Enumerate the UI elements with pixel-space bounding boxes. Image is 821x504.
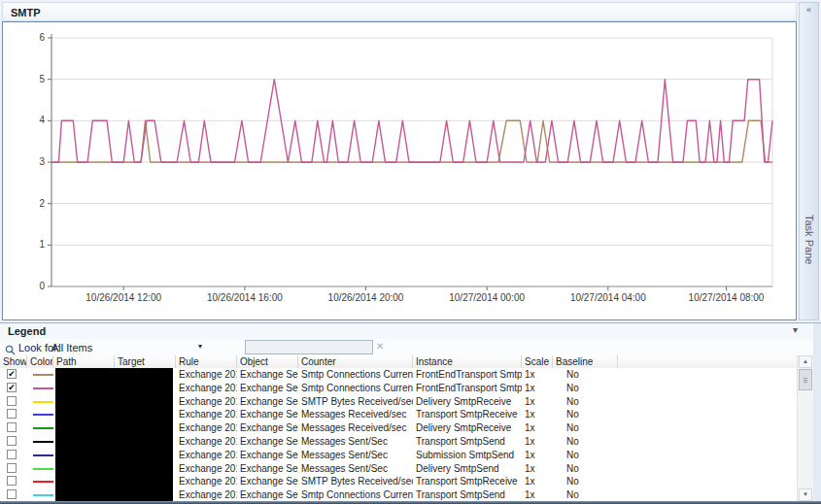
baseline-cell: No	[553, 382, 618, 395]
show-checkbox[interactable]	[7, 450, 17, 459]
column-header-path[interactable]: Path	[53, 355, 115, 368]
filter-dropdown[interactable]: All Items ▾	[49, 340, 204, 354]
legend-row[interactable]: ✔Exchange 2013 ...Exchange ServerSmtp Co…	[0, 368, 797, 382]
x-tick-label: 10/26/2014 12:00	[86, 292, 161, 303]
column-header-scale[interactable]: Scale	[522, 355, 553, 368]
column-header-instance[interactable]: Instance	[413, 355, 522, 368]
column-header-rule[interactable]: Rule	[176, 355, 237, 368]
color-cell	[27, 488, 53, 502]
task-pane-collapse-icon[interactable]: «	[800, 5, 818, 15]
task-pane-strip[interactable]: « Task Pane	[799, 2, 819, 320]
instance-cell: Transport SmtpSend	[413, 435, 522, 449]
x-axis-ticks: 10/26/2014 12:0010/26/2014 16:0010/26/20…	[86, 286, 765, 303]
clear-search-icon[interactable]: ✕	[376, 341, 384, 352]
column-header-show[interactable]: Show	[0, 355, 27, 368]
rule-cell: Exchange 2013 ...	[176, 488, 237, 502]
column-header-counter[interactable]: Counter	[298, 355, 413, 368]
series-color-swatch	[33, 468, 53, 470]
color-cell	[27, 462, 53, 476]
legend-row[interactable]: Exchange 2013 ...Exchange ServerSMTP Byt…	[0, 395, 797, 409]
legend-search-input[interactable]	[245, 340, 373, 354]
legend-scrollbar[interactable]: ▲ ▼	[797, 355, 813, 501]
show-checkbox[interactable]	[7, 409, 17, 419]
legend-row[interactable]: Exchange 2013 ...Exchange ServerMessages…	[0, 435, 797, 449]
instance-cell: Delivery SmtpSend	[413, 462, 522, 476]
legend-header-bar: Legend ▾	[0, 323, 821, 339]
show-checkbox[interactable]: ✔	[7, 383, 17, 392]
counter-cell: Messages Sent/Sec	[298, 435, 413, 449]
legend-row[interactable]: Exchange 2013 ...Exchange ServerMessages…	[0, 462, 797, 476]
column-header-target[interactable]: Target	[115, 355, 176, 368]
show-checkbox[interactable]: ✔	[7, 369, 17, 379]
scale-cell: 1x	[522, 421, 553, 435]
counter-cell: Smtp Connections Current	[298, 368, 413, 382]
show-checkbox[interactable]	[7, 489, 17, 499]
scale-cell: 1x	[522, 488, 553, 502]
show-cell	[0, 408, 27, 421]
redacted-path-target	[55, 368, 173, 382]
y-axis-ticks: 0123456	[39, 32, 51, 291]
series-color-swatch	[33, 374, 53, 376]
legend-row[interactable]: Exchange 2013 ...Exchange ServerSmtp Con…	[0, 488, 797, 502]
chevron-down-icon: ▾	[198, 342, 202, 351]
show-cell	[0, 421, 27, 435]
column-header-baseline[interactable]: Baseline	[553, 355, 618, 368]
legend-row[interactable]: Exchange 2013 ...Exchange ServerMessages…	[0, 408, 797, 421]
column-header-color[interactable]: Color	[27, 355, 53, 368]
legend-row[interactable]: ✔Exchange 2013 ...Exchange ServerSmtp Co…	[0, 382, 797, 395]
object-cell: Exchange Server	[237, 475, 298, 488]
show-checkbox[interactable]	[7, 463, 17, 473]
scale-cell: 1x	[522, 462, 553, 476]
legend-row[interactable]: Exchange 2013 ...Exchange ServerMessages…	[0, 449, 797, 462]
show-checkbox[interactable]	[7, 396, 17, 406]
series-color-swatch	[33, 414, 53, 416]
y-tick-label: 3	[39, 156, 45, 167]
baseline-cell: No	[553, 435, 618, 449]
show-checkbox[interactable]	[7, 476, 17, 486]
color-cell	[27, 382, 53, 395]
legend-row[interactable]: Exchange 2013 ...Exchange ServerSMTP Byt…	[0, 475, 797, 488]
show-checkbox[interactable]	[7, 436, 17, 446]
instance-cell: Transport SmtpReceive	[413, 475, 522, 488]
column-header-object[interactable]: Object	[237, 355, 298, 368]
show-checkbox[interactable]	[7, 422, 17, 432]
object-cell: Exchange Server	[237, 462, 298, 476]
object-cell: Exchange Server	[237, 488, 298, 502]
scale-cell: 1x	[522, 368, 553, 382]
counter-cell: Messages Sent/Sec	[298, 462, 413, 476]
baseline-cell: No	[553, 408, 618, 421]
instance-cell: Delivery SmtpReceive	[413, 395, 522, 409]
color-cell	[27, 368, 53, 382]
series-color-swatch	[33, 454, 53, 456]
instance-cell: FrontEndTransport SmtpSend	[413, 368, 522, 382]
scale-cell: 1x	[522, 475, 553, 488]
baseline-cell: No	[553, 488, 618, 502]
show-cell	[0, 449, 27, 462]
redacted-path-target	[55, 435, 173, 449]
column-header-empty	[618, 355, 797, 368]
scrollbar-thumb[interactable]	[799, 369, 812, 390]
counter-cell: Messages Received/sec	[298, 421, 413, 435]
scrollbar-up-icon[interactable]: ▲	[799, 355, 812, 368]
show-cell	[0, 395, 27, 409]
show-cell	[0, 462, 27, 476]
counter-cell: Smtp Connections Current	[298, 382, 413, 395]
scale-cell: 1x	[522, 408, 553, 421]
counter-cell: Smtp Connections Current	[298, 488, 413, 502]
series-color-swatch	[33, 387, 53, 389]
counter-cell: Messages Sent/Sec	[298, 449, 413, 462]
x-tick-label: 10/26/2014 16:00	[207, 292, 283, 303]
y-tick-label: 4	[39, 115, 45, 125]
x-tick-label: 10/27/2014 00:00	[449, 292, 525, 303]
object-cell: Exchange Server	[237, 435, 298, 449]
rule-cell: Exchange 2013 ...	[176, 435, 237, 449]
instance-cell: FrontEndTransport SmtpSend	[413, 382, 522, 395]
legend-row[interactable]: Exchange 2013 ...Exchange ServerMessages…	[0, 421, 797, 435]
counter-cell: SMTP Bytes Received/sec	[298, 395, 413, 409]
color-cell	[27, 449, 53, 462]
scrollbar-down-icon[interactable]: ▼	[799, 488, 812, 501]
legend-collapse-icon[interactable]: ▾	[793, 324, 798, 335]
color-cell	[27, 421, 53, 435]
legend-table-body: ✔Exchange 2013 ...Exchange ServerSmtp Co…	[0, 368, 797, 502]
show-cell: ✔	[0, 368, 27, 382]
